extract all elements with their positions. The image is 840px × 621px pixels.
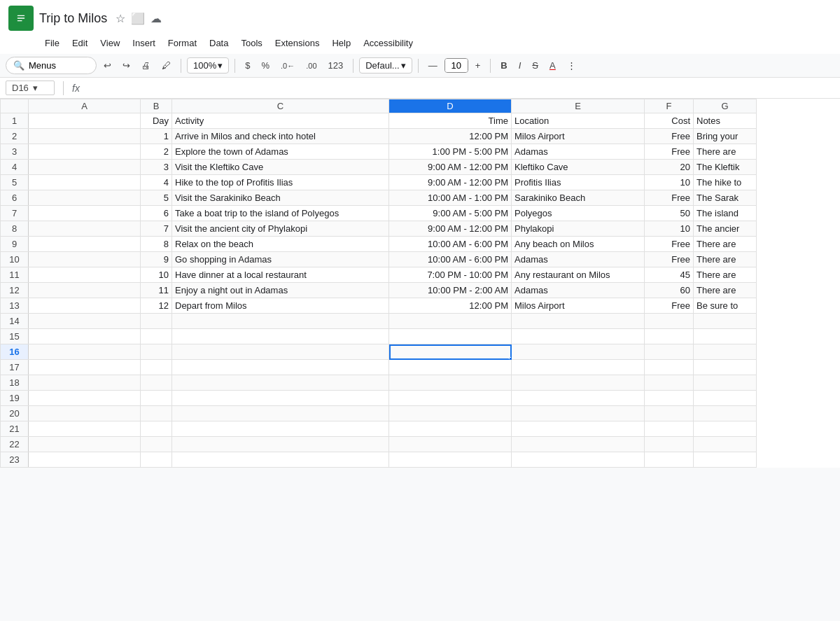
cell-A23[interactable] [29,452,141,468]
font-size-control[interactable] [444,58,468,73]
cell-C9[interactable]: Relax on the beach [172,237,389,252]
cell-D2[interactable]: 12:00 PM [389,129,512,144]
search-menus-input[interactable] [29,60,85,71]
cell-E23[interactable] [512,452,645,468]
cell-G19[interactable] [694,391,757,406]
menu-data[interactable]: Data [204,35,234,51]
cell-F8[interactable]: 10 [645,221,694,237]
cell-G12[interactable]: There are [694,283,757,298]
zoom-selector[interactable]: 100% ▾ [187,57,229,74]
cell-E6[interactable]: Sarakiniko Beach [512,190,645,206]
cell-E19[interactable] [512,391,645,406]
table-row[interactable]: 76Take a boat trip to the island of Poly… [1,206,757,221]
table-row[interactable]: 22 [1,437,757,452]
cell-G9[interactable]: There are [694,237,757,252]
cell-F11[interactable]: 45 [645,267,694,283]
cell-C18[interactable] [172,375,389,391]
cell-B23[interactable] [141,452,172,468]
cell-E2[interactable]: Milos Airport [512,129,645,144]
cell-A22[interactable] [29,437,141,452]
cell-C20[interactable] [172,406,389,421]
undo-button[interactable]: ↩ [99,57,115,74]
cell-E14[interactable] [512,314,645,329]
cell-G13[interactable]: Be sure to [694,298,757,314]
cell-B3[interactable]: 2 [141,144,172,160]
cell-D15[interactable] [389,329,512,344]
cell-C21[interactable] [172,421,389,437]
table-row[interactable]: 14 [1,314,757,329]
cell-D23[interactable] [389,452,512,468]
cell-B12[interactable]: 11 [141,283,172,298]
cell-C17[interactable] [172,360,389,375]
cell-F20[interactable] [645,406,694,421]
cell-D17[interactable] [389,360,512,375]
cell-D14[interactable] [389,314,512,329]
cell-G18[interactable] [694,375,757,391]
cell-A15[interactable] [29,329,141,344]
cell-D1[interactable]: Time [389,113,512,129]
cell-G1[interactable]: Notes [694,113,757,129]
cell-G20[interactable] [694,406,757,421]
row-header-17[interactable]: 17 [1,360,29,375]
cell-D22[interactable] [389,437,512,452]
font-size-input[interactable] [445,59,468,72]
cell-F10[interactable]: Free [645,252,694,267]
cell-B15[interactable] [141,329,172,344]
col-header-C[interactable]: C [172,99,389,113]
cell-B2[interactable]: 1 [141,129,172,144]
cell-D12[interactable]: 10:00 PM - 2:00 AM [389,283,512,298]
row-header-12[interactable]: 12 [1,283,29,298]
cell-D13[interactable]: 12:00 PM [389,298,512,314]
cell-G8[interactable]: The ancier [694,221,757,237]
cell-E10[interactable]: Adamas [512,252,645,267]
font-size-minus-button[interactable]: — [424,57,442,74]
table-row[interactable]: 18 [1,375,757,391]
cell-A9[interactable] [29,237,141,252]
cell-F14[interactable] [645,314,694,329]
strikethrough-button[interactable]: S [528,57,542,74]
cell-A5[interactable] [29,175,141,190]
cell-F1[interactable]: Cost [645,113,694,129]
cell-G2[interactable]: Bring your [694,129,757,144]
table-row[interactable]: 16 [1,344,757,360]
row-header-14[interactable]: 14 [1,314,29,329]
cell-A11[interactable] [29,267,141,283]
menu-help[interactable]: Help [326,35,356,51]
cell-A20[interactable] [29,406,141,421]
cell-C13[interactable]: Depart from Milos [172,298,389,314]
cell-D11[interactable]: 7:00 PM - 10:00 PM [389,267,512,283]
cell-B11[interactable]: 10 [141,267,172,283]
cell-F5[interactable]: 10 [645,175,694,190]
cell-D20[interactable] [389,406,512,421]
cell-B5[interactable]: 4 [141,175,172,190]
cell-G6[interactable]: The Sarak [694,190,757,206]
cell-G3[interactable]: There are [694,144,757,160]
table-row[interactable]: 21 [1,421,757,437]
cell-E3[interactable]: Adamas [512,144,645,160]
more-toolbar-button[interactable]: ⋮ [563,57,580,74]
row-header-1[interactable]: 1 [1,113,29,129]
cell-F7[interactable]: 50 [645,206,694,221]
cell-E11[interactable]: Any restaurant on Milos [512,267,645,283]
print-button[interactable]: 🖨 [137,57,155,74]
cell-D4[interactable]: 9:00 AM - 12:00 PM [389,160,512,175]
cell-G4[interactable]: The Kleftik [694,160,757,175]
row-header-18[interactable]: 18 [1,375,29,391]
cell-C2[interactable]: Arrive in Milos and check into hotel [172,129,389,144]
col-header-A[interactable]: A [29,99,141,113]
cell-B22[interactable] [141,437,172,452]
table-row[interactable]: 1DayActivityTimeLocationCostNotes [1,113,757,129]
cell-F21[interactable] [645,421,694,437]
table-row[interactable]: 65Visit the Sarakiniko Beach10:00 AM - 1… [1,190,757,206]
table-row[interactable]: 17 [1,360,757,375]
cell-F3[interactable]: Free [645,144,694,160]
cell-D8[interactable]: 9:00 AM - 12:00 PM [389,221,512,237]
menu-extensions[interactable]: Extensions [270,35,326,51]
cell-G15[interactable] [694,329,757,344]
currency-button[interactable]: $ [241,57,254,74]
col-header-D[interactable]: D [389,99,512,113]
cell-G14[interactable] [694,314,757,329]
col-header-F[interactable]: F [645,99,694,113]
table-row[interactable]: 23 [1,452,757,468]
cell-A4[interactable] [29,160,141,175]
